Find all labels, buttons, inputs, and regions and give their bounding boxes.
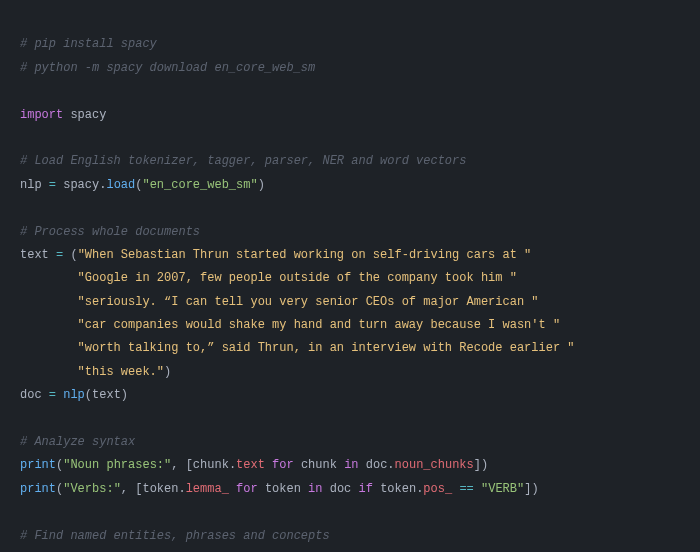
- comment-line: # python -m spacy download en_core_web_s…: [20, 61, 315, 75]
- string-literal: "this week.": [78, 365, 164, 379]
- string-literal: "car companies would shake my hand and t…: [78, 318, 560, 332]
- comment-line: # Process whole documents: [20, 225, 200, 239]
- print-verbs: print("Verbs:", [token.lemma_ for token …: [20, 482, 539, 496]
- assign-text: text = ("When Sebastian Thrun started wo…: [20, 248, 531, 262]
- string-cont: "seriously. “I can tell you very senior …: [20, 295, 538, 309]
- string-literal: "Google in 2007, few people outside of t…: [78, 271, 517, 285]
- string-cont: "this week."): [20, 365, 171, 379]
- string-cont: "car companies would shake my hand and t…: [20, 318, 560, 332]
- string-literal: "seriously. “I can tell you very senior …: [78, 295, 539, 309]
- import-stmt: import spacy: [20, 108, 106, 122]
- comment-line: # Find named entities, phrases and conce…: [20, 529, 330, 543]
- comment-line: # Load English tokenizer, tagger, parser…: [20, 154, 466, 168]
- module-name: spacy: [70, 108, 106, 122]
- comment-line: # pip install spacy: [20, 37, 157, 51]
- assign-doc: doc = nlp(text): [20, 388, 128, 402]
- print-noun: print("Noun phrases:", [chunk.text for c…: [20, 458, 488, 472]
- code-editor: # pip install spacy # python -m spacy do…: [20, 10, 680, 552]
- string-literal: "worth talking to,” said Thrun, in an in…: [78, 341, 575, 355]
- string-cont: "Google in 2007, few people outside of t…: [20, 271, 517, 285]
- keyword-import: import: [20, 108, 63, 122]
- string-cont: "worth talking to,” said Thrun, in an in…: [20, 341, 575, 355]
- string-literal: "When Sebastian Thrun started working on…: [78, 248, 532, 262]
- assign-nlp: nlp = spacy.load("en_core_web_sm"): [20, 178, 265, 192]
- comment-line: # Analyze syntax: [20, 435, 135, 449]
